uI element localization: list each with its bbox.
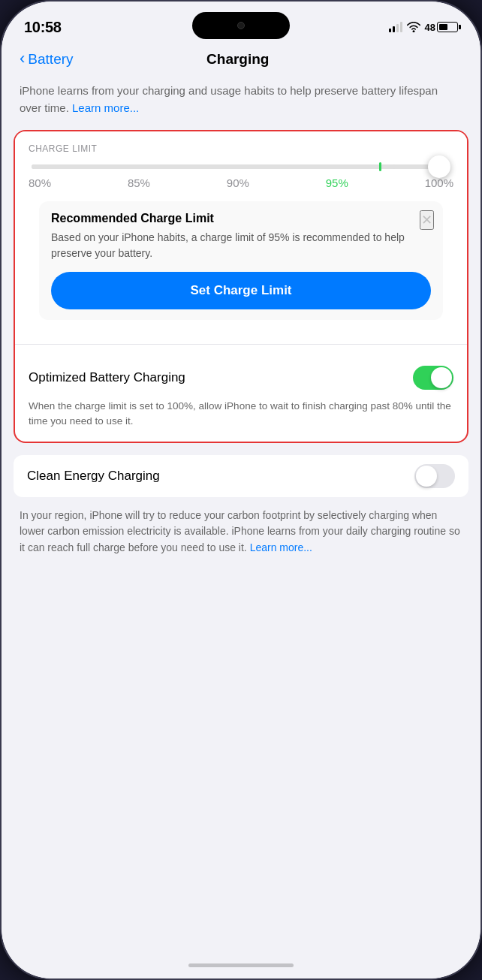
close-icon: ✕	[421, 213, 432, 228]
slider-label-80: 80%	[29, 176, 51, 189]
battery-percentage: 48	[425, 22, 435, 33]
clean-energy-toggle[interactable]	[414, 464, 455, 488]
slider-label-100: 100%	[425, 176, 453, 189]
status-bar: 10:58 48	[2, 2, 480, 45]
status-icons: 48	[389, 22, 458, 33]
phone-screen: 10:58 48	[2, 2, 480, 978]
clean-energy-label: Clean Energy Charging	[27, 469, 160, 484]
clean-energy-toggle-knob	[416, 466, 437, 487]
slider-track	[32, 164, 450, 169]
signal-icon	[389, 22, 402, 32]
back-label: Battery	[28, 51, 73, 68]
clean-energy-learn-more[interactable]: Learn more...	[250, 541, 312, 553]
slider-label-85: 85%	[128, 176, 150, 189]
clean-energy-description: In your region, iPhone will try to reduc…	[2, 502, 480, 568]
clean-energy-card: Clean Energy Charging	[14, 455, 468, 497]
slider-container[interactable]	[29, 164, 453, 169]
description-text: iPhone learns from your charging and usa…	[2, 77, 480, 130]
battery-indicator: 48	[425, 22, 458, 33]
set-charge-limit-button[interactable]: Set Charge Limit	[51, 272, 431, 309]
clean-energy-row: Clean Energy Charging	[14, 455, 468, 497]
slider-green-tick	[379, 162, 381, 171]
slider-label-90: 90%	[227, 176, 249, 189]
volume-up-button[interactable]	[0, 227, 2, 279]
optimized-charging-description: When the charge limit is set to 100%, al…	[15, 399, 467, 442]
back-button[interactable]: ‹ Battery	[20, 51, 74, 68]
divider-1	[15, 344, 467, 345]
toggle-knob	[431, 367, 452, 388]
signal-bar-3	[396, 24, 399, 32]
back-chevron-icon: ‹	[20, 50, 25, 67]
recommended-block: ✕ Recommended Charge Limit Based on your…	[39, 201, 443, 320]
signal-bar-1	[389, 29, 391, 32]
volume-down-button[interactable]	[0, 291, 2, 343]
optimized-charging-row: Optimized Battery Charging	[15, 357, 467, 399]
signal-bar-2	[393, 26, 395, 32]
dynamic-island	[192, 12, 290, 39]
signal-bar-4	[400, 22, 402, 32]
status-time: 10:58	[24, 19, 62, 36]
spacer	[29, 320, 453, 332]
home-indicator	[2, 951, 480, 978]
charge-limit-label: CHARGE LIMIT	[29, 143, 453, 154]
slider-fill	[32, 164, 396, 169]
phone-shell: 10:58 48	[0, 0, 482, 980]
content-area[interactable]: iPhone learns from your charging and usa…	[2, 77, 480, 951]
learn-more-link[interactable]: Learn more...	[72, 101, 139, 114]
close-button[interactable]: ✕	[420, 210, 434, 230]
home-bar	[188, 963, 294, 967]
nav-bar: ‹ Battery Charging	[2, 45, 480, 77]
red-border-section: CHARGE LIMIT 80% 85% 90% 95% 100%	[14, 130, 468, 443]
slider-thumb[interactable]	[428, 155, 450, 178]
recommended-title: Recommended Charge Limit	[51, 212, 431, 225]
optimized-charging-toggle[interactable]	[413, 366, 453, 390]
wifi-icon	[407, 22, 420, 32]
slider-label-95: 95%	[326, 176, 348, 189]
page-title: Charging	[74, 51, 402, 68]
recommended-desc: Based on your iPhone habits, a charge li…	[51, 230, 431, 261]
battery-body	[437, 22, 458, 32]
charge-limit-block: CHARGE LIMIT 80% 85% 90% 95% 100%	[15, 131, 467, 332]
slider-labels: 80% 85% 90% 95% 100%	[29, 176, 453, 189]
camera-dot	[237, 22, 245, 29]
battery-fill	[439, 24, 447, 30]
optimized-charging-label: Optimized Battery Charging	[29, 370, 185, 385]
